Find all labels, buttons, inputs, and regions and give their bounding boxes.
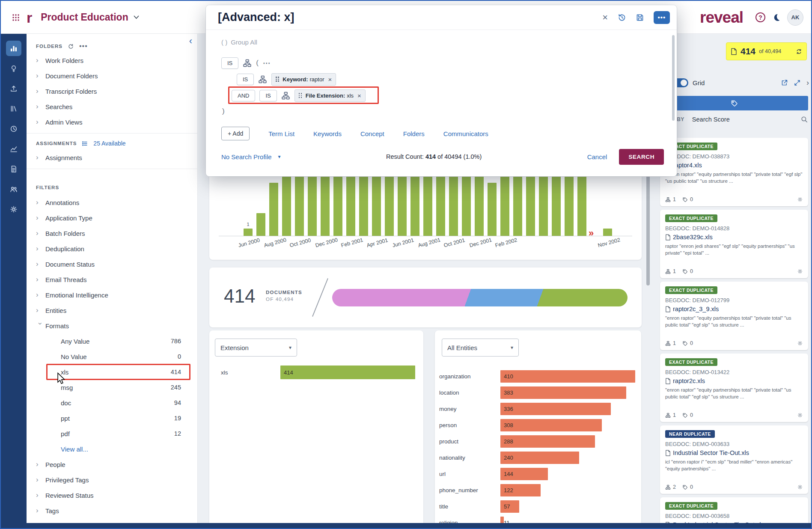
format-any-value[interactable]: Any Value786 bbox=[27, 333, 197, 349]
sidebar-item-transcript-folders[interactable]: ›Transcript Folders bbox=[27, 83, 197, 99]
folders-menu-icon[interactable]: ••• bbox=[79, 42, 88, 50]
value-bar[interactable]: 144 bbox=[500, 468, 548, 480]
entity-bar-row[interactable]: url144 bbox=[435, 466, 637, 482]
view-all-link[interactable]: View all... bbox=[27, 441, 197, 457]
filter-email-threads[interactable]: ›Email Threads bbox=[27, 272, 197, 287]
settings-icon[interactable] bbox=[797, 412, 803, 418]
operator-is-button[interactable]: IS bbox=[221, 57, 238, 69]
bulk-tag-button[interactable] bbox=[660, 96, 808, 110]
sidebar-item-work-folders[interactable]: ›Work Folders bbox=[27, 53, 197, 68]
save-icon[interactable] bbox=[636, 13, 644, 22]
result-card[interactable]: EXACT DUPLICATE BEGDOC: DEMO-012799 rapt… bbox=[660, 282, 808, 350]
workspace-selector[interactable]: Product Education bbox=[41, 12, 128, 23]
sidebar-item-searches[interactable]: ›Searches bbox=[27, 99, 197, 114]
result-card[interactable]: EXACT DUPLICATE BEGDOC: DEMO-014828 2bas… bbox=[660, 210, 808, 278]
hierarchy-icon[interactable] bbox=[243, 59, 252, 68]
upload-icon[interactable] bbox=[6, 81, 21, 96]
value-bar[interactable]: 288 bbox=[500, 435, 595, 448]
library-icon[interactable] bbox=[6, 101, 21, 116]
value-bar[interactable]: 240 bbox=[500, 452, 579, 464]
value-bar[interactable]: 410 bbox=[500, 370, 635, 383]
format-doc[interactable]: doc94 bbox=[27, 395, 197, 410]
avatar[interactable]: AK bbox=[787, 9, 803, 26]
chevron-right-icon[interactable]: › bbox=[806, 78, 809, 87]
filter-annotations[interactable]: ›Annotations bbox=[27, 195, 197, 210]
hierarchy-icon[interactable] bbox=[258, 75, 267, 84]
sync-icon[interactable] bbox=[796, 48, 802, 55]
extension-bar-row[interactable]: xls414 bbox=[209, 365, 417, 380]
open-in-new-icon[interactable] bbox=[781, 79, 788, 86]
hierarchy-icon[interactable] bbox=[281, 91, 290, 100]
close-icon[interactable]: × bbox=[602, 13, 608, 22]
entity-bar-row[interactable]: phone_number122 bbox=[435, 482, 637, 498]
settings-icon[interactable] bbox=[797, 340, 803, 346]
remove-chip-icon[interactable]: × bbox=[357, 92, 361, 99]
collapse-sidebar-icon[interactable]: ‹ bbox=[189, 36, 192, 46]
timeline-bar[interactable] bbox=[603, 229, 612, 236]
filter-tags[interactable]: ›Tags bbox=[27, 503, 197, 518]
value-bar[interactable]: 383 bbox=[500, 386, 626, 399]
history-icon[interactable] bbox=[617, 13, 626, 22]
document-title[interactable]: 2base329c.xls bbox=[673, 234, 713, 241]
timeline-bar[interactable] bbox=[269, 183, 278, 236]
filter-people[interactable]: ›People bbox=[27, 457, 197, 472]
remove-chip-icon[interactable]: × bbox=[328, 76, 332, 83]
operator-is-button[interactable]: IS bbox=[259, 90, 277, 101]
documents-distribution-bar[interactable] bbox=[332, 289, 628, 306]
format-ppt[interactable]: ppt19 bbox=[27, 410, 197, 426]
filter-document-status[interactable]: ›Document Status bbox=[27, 256, 197, 272]
filter-entities[interactable]: ›Entities bbox=[27, 303, 197, 318]
filter-batch-folders[interactable]: ›Batch Folders bbox=[27, 226, 197, 241]
communicators-button[interactable]: Communicators bbox=[443, 130, 488, 137]
filter-privileged-tags[interactable]: ›Privileged Tags bbox=[27, 472, 197, 487]
expand-icon[interactable] bbox=[794, 79, 801, 86]
filter-application-type[interactable]: ›Application Type bbox=[27, 210, 197, 226]
value-bar[interactable]: 336 bbox=[500, 403, 611, 415]
format-xls[interactable]: xls414 bbox=[27, 364, 197, 380]
document-title[interactable]: raptor4.xls bbox=[673, 162, 702, 169]
value-bar[interactable]: 57 bbox=[500, 500, 519, 513]
analytics-icon[interactable] bbox=[6, 41, 21, 56]
people-icon[interactable] bbox=[6, 181, 21, 197]
format-no-value[interactable]: No Value0 bbox=[27, 349, 197, 364]
result-card[interactable]: NEAR DUPLICATE BEGDOC: DEMO-003633 Indus… bbox=[660, 425, 808, 494]
search-profile-dropdown[interactable]: No Search Profile ▾ bbox=[221, 153, 281, 160]
operator-is-button[interactable]: IS bbox=[237, 74, 254, 85]
entity-bar-row[interactable]: nationality240 bbox=[435, 449, 637, 466]
format-msg[interactable]: msg245 bbox=[27, 380, 197, 395]
entity-bar-row[interactable]: location383 bbox=[435, 384, 637, 401]
filter-deduplication[interactable]: ›Deduplication bbox=[27, 241, 197, 256]
timeline-bar[interactable] bbox=[256, 213, 265, 236]
trends-icon[interactable] bbox=[6, 141, 21, 157]
sidebar-item-admin-views[interactable]: ›Admin Views bbox=[27, 114, 197, 130]
settings-icon[interactable] bbox=[797, 268, 803, 274]
chevron-down-icon[interactable] bbox=[134, 15, 139, 19]
entity-bar-row[interactable]: person308 bbox=[435, 417, 637, 433]
documents-icon[interactable] bbox=[6, 161, 21, 177]
keywords-button[interactable]: Keywords bbox=[313, 130, 342, 137]
lightbulb-icon[interactable] bbox=[6, 61, 21, 76]
sidebar-item-assignments[interactable]: ›Assignments bbox=[27, 150, 197, 165]
extension-facet-dropdown[interactable]: Extension ▾ bbox=[215, 339, 297, 357]
entities-facet-dropdown[interactable]: All Entities ▾ bbox=[442, 339, 519, 357]
settings-icon[interactable] bbox=[797, 484, 803, 490]
settings-icon[interactable] bbox=[797, 196, 803, 202]
search-button[interactable]: SEARCH bbox=[619, 149, 664, 165]
more-options-button[interactable]: ••• bbox=[654, 11, 670, 24]
value-bar[interactable]: 122 bbox=[500, 484, 541, 496]
cancel-button[interactable]: Cancel bbox=[587, 153, 607, 160]
drag-handle-icon[interactable] bbox=[276, 77, 280, 82]
help-icon[interactable]: ? bbox=[755, 12, 765, 22]
file-extension-chip[interactable]: File Extension: xls × bbox=[294, 89, 366, 102]
settings-icon[interactable] bbox=[6, 202, 21, 217]
filter-formats[interactable]: ›Formats bbox=[27, 318, 197, 333]
assignments-available-link[interactable]: 25 Available bbox=[93, 140, 125, 147]
dark-mode-icon[interactable] bbox=[772, 13, 781, 22]
value-bar[interactable]: 308 bbox=[500, 419, 602, 431]
entity-bar-row[interactable]: title57 bbox=[435, 498, 637, 514]
sidebar-item-document-folders[interactable]: ›Document Folders bbox=[27, 68, 197, 83]
add-condition-button[interactable]: + Add bbox=[221, 127, 250, 140]
document-title[interactable]: Industrial Sector Tie-Out.xls bbox=[673, 449, 749, 456]
keyword-chip[interactable]: Keyword: raptor × bbox=[271, 73, 336, 86]
entity-bar-row[interactable]: money336 bbox=[435, 401, 637, 417]
